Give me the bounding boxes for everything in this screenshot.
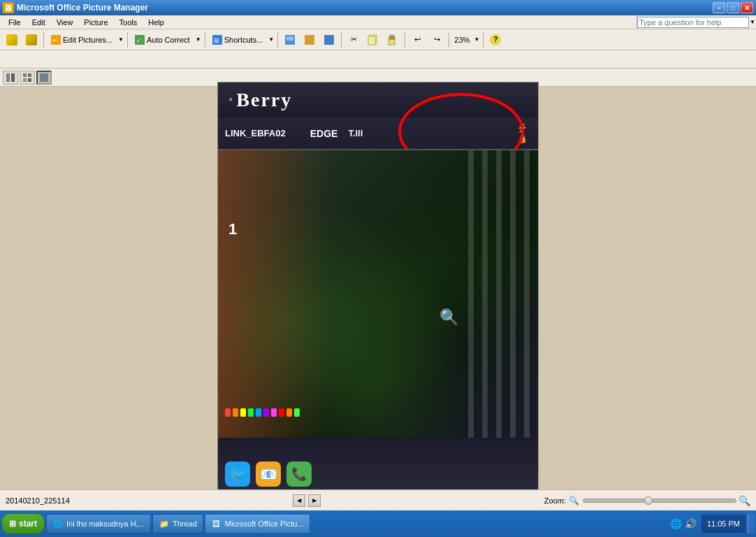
minimize-button[interactable]: – <box>713 2 725 13</box>
separator-8 <box>483 32 484 48</box>
svg-rect-7 <box>286 36 293 41</box>
svg-rect-11 <box>368 36 375 45</box>
zoom-input-area[interactable]: 23% <box>452 31 472 48</box>
next-button[interactable]: ► <box>308 494 321 507</box>
bb-bottom-bar: 🐦 📧 📞 <box>218 438 538 494</box>
svg-rect-8 <box>305 35 314 45</box>
bb-signal-bars: T.lll <box>348 128 363 138</box>
menu-help[interactable]: Help <box>143 17 170 28</box>
close-button[interactable]: ✕ <box>741 2 753 13</box>
menu-view[interactable]: View <box>51 17 79 28</box>
bb-network-right: EDGE <box>310 128 338 139</box>
undo-button[interactable]: ↩ <box>408 31 426 48</box>
bb-top-bar: • Berry <box>218 83 538 117</box>
svg-rect-18 <box>23 78 27 82</box>
menu-file[interactable]: File <box>3 17 27 28</box>
bb-right-icons: ⚡ 🔒 <box>517 123 528 143</box>
separator-6 <box>405 32 405 48</box>
show-desktop-button[interactable] <box>748 514 755 534</box>
edit-pictures-icon: ✏ <box>50 34 61 45</box>
system-tray: 🌐 🔊 <box>667 518 699 529</box>
prev-button[interactable]: ◄ <box>293 494 305 507</box>
menu-tools[interactable]: Tools <box>114 17 143 28</box>
taskbar-item-0[interactable]: 🌐 Ini lho maksudnya H,... <box>46 514 151 534</box>
separator-4 <box>277 32 278 48</box>
separator-2 <box>127 32 128 48</box>
bb-icon2: 📧 <box>256 461 281 487</box>
zoom-value: 23% <box>454 36 470 44</box>
clock-time: 11:05 PM <box>707 520 740 528</box>
zoom-label: Zoom: <box>544 496 566 505</box>
back-icon <box>6 34 17 45</box>
secondary-toolbar <box>0 50 756 69</box>
taskbar-icon-2: 🖼 <box>211 518 222 529</box>
zoom-slider-track[interactable] <box>583 499 736 503</box>
shortcuts-button[interactable]: ⊞ Shortcuts... <box>208 31 267 48</box>
redo-button[interactable]: ↪ <box>428 31 446 48</box>
back-button[interactable] <box>3 31 21 48</box>
edit-pictures-dropdown[interactable]: ▼ <box>117 31 124 48</box>
status-left-area: 20140210_225114 <box>6 496 70 505</box>
status-nav-controls: ◄ ► <box>293 494 321 507</box>
export-icon <box>324 34 335 45</box>
svg-rect-20 <box>40 73 48 82</box>
photo-background: • Berry LINK_EBFA02 EDGE T.lll ⚡ 🔒 <box>218 83 538 494</box>
help-button[interactable]: ? <box>486 31 504 48</box>
svg-rect-19 <box>28 78 31 82</box>
tray-network-icon: 🌐 <box>670 518 682 529</box>
photo-container: • Berry LINK_EBFA02 EDGE T.lll ⚡ 🔒 <box>217 82 539 494</box>
window-title: Microsoft Office Picture Manager <box>17 3 713 13</box>
taskbar-label-1: Thread <box>173 520 197 528</box>
bb-twitter-icon: 🐦 <box>225 461 250 487</box>
open-button[interactable] <box>300 31 319 48</box>
taskbar-item-2[interactable]: 🖼 Microsoft Office Pictu... <box>205 514 310 534</box>
title-bar: 🖼 Microsoft Office Picture Manager – □ ✕ <box>0 0 756 15</box>
view-thumbnail-button[interactable] <box>20 71 35 85</box>
export-button[interactable] <box>320 31 338 48</box>
menu-picture[interactable]: Picture <box>78 17 113 28</box>
save-icon <box>284 34 296 45</box>
zoom-control: Zoom: 🔍 🔍 <box>544 495 750 506</box>
svg-rect-15 <box>11 73 15 82</box>
copy-button[interactable] <box>364 31 382 48</box>
bb-battery-icon: ⚡ <box>517 123 528 133</box>
zoom-out-icon[interactable]: 🔍 <box>569 495 580 506</box>
save-button[interactable] <box>281 31 299 48</box>
edit-pictures-button[interactable]: ✏ Edit Pictures... <box>47 31 116 48</box>
maximize-button[interactable]: □ <box>727 2 739 13</box>
zoom-in-icon[interactable]: 🔍 <box>739 495 750 506</box>
bb-number: 1 <box>228 220 237 238</box>
auto-correct-button[interactable]: ✓ Auto Correct <box>131 31 194 48</box>
bb-lock-icon: 🔒 <box>518 134 528 143</box>
zoom-dropdown[interactable]: ▼ <box>473 31 480 48</box>
zoom-slider-thumb[interactable] <box>644 496 653 505</box>
separator-3 <box>205 32 205 48</box>
paste-button[interactable] <box>384 31 402 48</box>
shortcuts-icon: ⊞ <box>212 34 223 45</box>
shortcuts-dropdown[interactable]: ▼ <box>268 31 275 48</box>
bb-status-bar: LINK_EBFA02 EDGE T.lll ⚡ 🔒 <box>218 117 538 149</box>
taskbar-label-2: Microsoft Office Pictu... <box>225 520 304 528</box>
windows-taskbar: ⊞ start 🌐 Ini lho maksudnya H,... 📁 Thre… <box>0 510 756 537</box>
help-input[interactable] <box>637 17 749 28</box>
bb-search-icon: 🔍 <box>439 308 458 327</box>
help-dropdown-arrow[interactable]: ▼ <box>749 14 756 31</box>
brick-overlay <box>218 150 330 438</box>
svg-rect-17 <box>28 73 31 77</box>
view-single-button[interactable] <box>36 71 52 85</box>
undo-icon: ↩ <box>412 34 423 45</box>
auto-correct-dropdown[interactable]: ▼ <box>195 31 202 48</box>
main-toolbar: ✏ Edit Pictures... ▼ ✓ Auto Correct ▼ ⊞ … <box>0 29 756 50</box>
view-filmstrip-button[interactable] <box>3 71 18 85</box>
taskbar-item-1[interactable]: 📁 Thread <box>152 514 203 534</box>
svg-text:✏: ✏ <box>52 37 58 44</box>
forward-button[interactable] <box>22 31 41 48</box>
window-controls: – □ ✕ <box>713 2 753 13</box>
start-button[interactable]: ⊞ start <box>1 513 45 534</box>
start-label: start <box>19 519 37 529</box>
menu-edit[interactable]: Edit <box>27 17 51 28</box>
bb-middle-area: 🔍 1 <box>218 150 538 438</box>
bb-brand-prefix: • <box>228 93 233 108</box>
cut-button[interactable]: ✂ <box>344 31 363 48</box>
open-icon <box>304 34 315 45</box>
